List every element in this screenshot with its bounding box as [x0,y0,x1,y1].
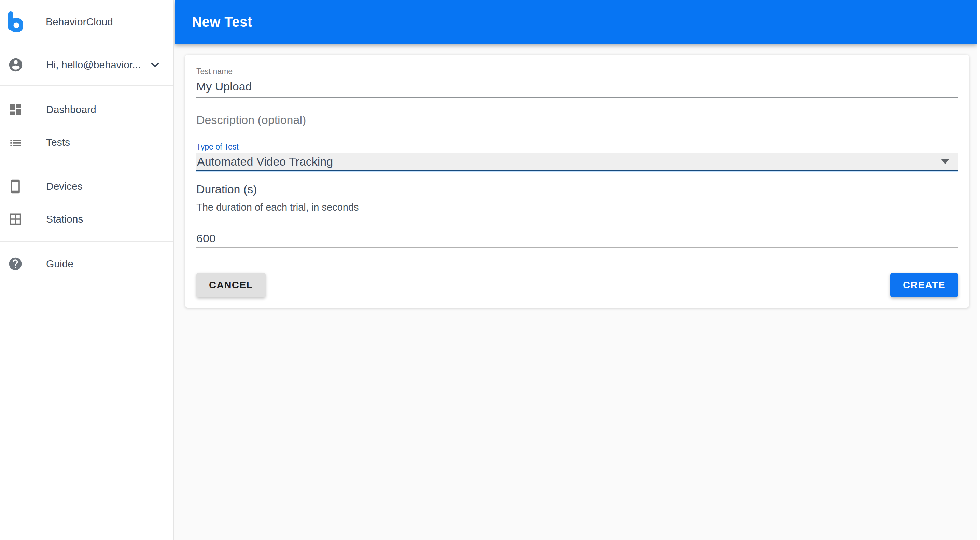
page-title: New Test [192,14,252,30]
brand-link[interactable]: BehaviorCloud [0,0,173,32]
account-avatar-icon [8,57,24,73]
main-area: New Test Test name Type of Test Automate… [175,0,980,540]
sidebar-item-label: Dashboard [46,104,96,115]
list-icon [8,135,23,150]
sidebar-item-stations[interactable]: Stations [0,203,173,235]
sidebar-divider [0,85,173,86]
sidebar: BehaviorCloud Hi, hello@behavior... Dash… [0,0,174,540]
sidebar-item-devices[interactable]: Devices [0,170,173,203]
user-menu[interactable]: Hi, hello@behavior... [0,49,173,81]
new-test-form-card: Test name Type of Test Automated Video T… [185,55,969,308]
duration-label: Duration (s) [196,181,958,197]
smartphone-icon [8,179,23,194]
type-of-test-selected-value: Automated Video Tracking [197,155,333,168]
behaviorcloud-logo-icon [7,11,23,32]
sidebar-item-label: Devices [46,181,83,192]
test-name-input[interactable] [196,78,958,98]
form-actions: CANCEL CREATE [196,273,958,297]
create-button[interactable]: CREATE [890,273,958,297]
dashboard-icon [8,102,23,117]
test-name-label: Test name [196,66,958,76]
help-icon [8,256,23,272]
type-of-test-select[interactable]: Automated Video Tracking [196,153,958,171]
description-input[interactable] [196,112,958,130]
cancel-button[interactable]: CANCEL [196,273,266,297]
grid-icon [8,212,23,227]
scrollbar-track[interactable] [977,0,980,540]
chevron-down-icon [148,58,162,71]
dropdown-arrow-icon [941,159,949,164]
sidebar-divider [0,241,173,242]
brand-name: BehaviorCloud [46,16,113,28]
sidebar-item-label: Stations [46,213,83,225]
sidebar-item-tests[interactable]: Tests [0,126,173,159]
duration-help-text: The duration of each trial, in seconds [196,200,958,214]
sidebar-item-guide[interactable]: Guide [0,248,173,280]
sidebar-divider [0,165,173,166]
page-header: New Test [175,0,977,44]
sidebar-item-label: Guide [46,258,73,270]
user-greeting: Hi, hello@behavior... [46,59,141,71]
sidebar-item-label: Tests [46,137,70,148]
type-of-test-label: Type of Test [196,142,958,152]
sidebar-item-dashboard[interactable]: Dashboard [0,93,173,126]
duration-input[interactable] [196,231,958,248]
